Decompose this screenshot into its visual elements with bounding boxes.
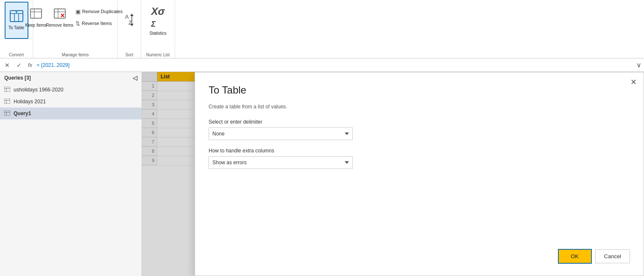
ribbon-group-manage-items: Keep Items Remove Items <box>33 0 118 58</box>
svg-rect-17 <box>4 87 10 92</box>
formula-fx-label: fx <box>26 62 34 68</box>
sidebar: Queries [3] ◁ usholidays 1966-2020 Holid… <box>0 72 142 276</box>
sort-icon: A Z <box>124 13 134 28</box>
ribbon: To Table Convert Keep Items <box>0 0 644 58</box>
ribbon-group-numeric-list: XσΣ Statistics Numeric List <box>141 0 175 58</box>
modal-ok-button[interactable]: OK <box>558 249 592 264</box>
svg-marker-15 <box>130 14 134 16</box>
modal-description: Create a table from a list of values. <box>209 104 630 110</box>
remove-duplicates-button[interactable]: ▣ Remove Duplicates <box>73 6 125 17</box>
sidebar-item-query1-label: Query1 <box>14 110 31 116</box>
sort-group-label: Sort <box>118 52 141 57</box>
sidebar-item-holidays2021-icon <box>4 98 10 105</box>
remove-items-icon <box>54 8 66 21</box>
svg-rect-23 <box>4 110 10 116</box>
modal-title: To Table <box>209 84 630 96</box>
modal-footer: OK Cancel <box>558 249 630 264</box>
sidebar-item-usholidays-icon <box>4 86 10 93</box>
svg-rect-20 <box>4 99 10 104</box>
statistics-label: Statistics <box>149 31 166 36</box>
keep-items-icon <box>30 8 42 21</box>
sidebar-item-query1-icon <box>4 110 10 117</box>
remove-items-button[interactable]: Remove Items <box>49 3 70 33</box>
sidebar-item-holidays2021[interactable]: Holidays 2021 <box>0 96 142 108</box>
remove-duplicates-icon: ▣ <box>75 8 81 15</box>
modal-cancel-button[interactable]: Cancel <box>595 249 630 263</box>
delimiter-select[interactable]: None Comma Semicolon Tab Custom <box>209 127 353 140</box>
to-table-label: To Table <box>8 25 24 30</box>
to-table-button[interactable]: To Table <box>5 2 28 39</box>
numeric-list-group-label: Numeric List <box>141 52 175 57</box>
keep-items-label: Keep Items <box>25 23 47 28</box>
sidebar-item-query1[interactable]: Query1 <box>0 108 142 119</box>
extra-columns-label: How to handle extra columns <box>209 148 630 154</box>
to-table-modal: ✕ To Table Create a table from a list of… <box>195 72 644 276</box>
reverse-items-label: Reverse Items <box>82 21 112 26</box>
formula-bar: ✕ ✓ fx ∨ <box>0 58 644 72</box>
sort-button[interactable]: A Z <box>121 2 138 39</box>
sidebar-collapse-button[interactable]: ◁ <box>133 75 137 81</box>
ribbon-group-sort: A Z Sort <box>118 0 141 58</box>
sidebar-item-holidays2021-label: Holidays 2021 <box>14 99 46 105</box>
reverse-items-icon: ⇅ <box>75 20 80 27</box>
to-table-icon <box>10 10 23 25</box>
formula-input[interactable] <box>36 62 634 68</box>
remove-items-label: Remove Items <box>46 23 73 28</box>
manage-items-group-label: Manage Items <box>33 52 117 57</box>
formula-expand-icon[interactable]: ∨ <box>636 61 641 69</box>
formula-confirm-button[interactable]: ✓ <box>14 61 24 70</box>
delimiter-label: Select or enter delimiter <box>209 119 630 125</box>
svg-rect-4 <box>31 9 42 18</box>
extra-columns-select[interactable]: Show as errors Ignore Keep <box>209 156 353 169</box>
data-grid: List 1 2 3 4 5 6 7 <box>142 72 644 276</box>
sidebar-title: Queries [3] <box>4 75 31 81</box>
remove-duplicates-label: Remove Duplicates <box>82 9 123 14</box>
statistics-icon: XσΣ <box>151 6 165 29</box>
formula-cancel-button[interactable]: ✕ <box>3 61 12 70</box>
main-content: Queries [3] ◁ usholidays 1966-2020 Holid… <box>0 72 644 276</box>
reverse-items-button[interactable]: ⇅ Reverse Items <box>73 18 125 29</box>
modal-close-button[interactable]: ✕ <box>630 77 637 87</box>
sidebar-header: Queries [3] ◁ <box>0 72 142 84</box>
sidebar-item-usholidays[interactable]: usholidays 1966-2020 <box>0 84 142 96</box>
modal-overlay: ✕ To Table Create a table from a list of… <box>142 72 644 276</box>
statistics-button[interactable]: XσΣ Statistics <box>145 2 171 39</box>
keep-items-button[interactable]: Keep Items <box>25 3 47 33</box>
sidebar-item-usholidays-label: usholidays 1966-2020 <box>14 87 63 93</box>
svg-text:A: A <box>125 14 129 20</box>
